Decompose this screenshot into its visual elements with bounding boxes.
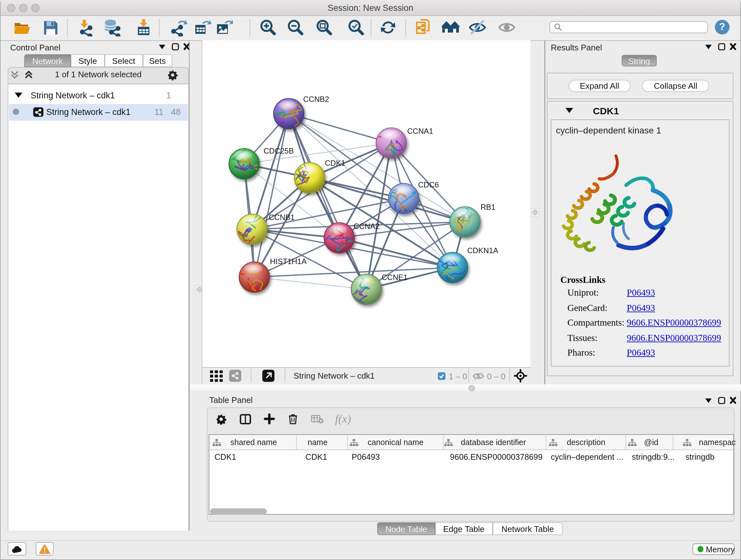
svg-text:CDK1: CDK1: [325, 159, 345, 167]
svg-text:CDC6: CDC6: [418, 180, 439, 189]
svg-text:CDKN1A: CDKN1A: [467, 246, 498, 255]
svg-text:CCNB1: CCNB1: [269, 213, 294, 222]
svg-text:CCNA2: CCNA2: [354, 222, 380, 231]
svg-text:CCNA1: CCNA1: [407, 127, 433, 135]
svg-text:CCNB2: CCNB2: [303, 95, 329, 104]
svg-text:RB1: RB1: [481, 203, 495, 211]
svg-text:HIST1H1A: HIST1H1A: [270, 257, 307, 266]
svg-text:CDC25B: CDC25B: [264, 146, 294, 155]
svg-text:CCNE1: CCNE1: [382, 273, 408, 282]
